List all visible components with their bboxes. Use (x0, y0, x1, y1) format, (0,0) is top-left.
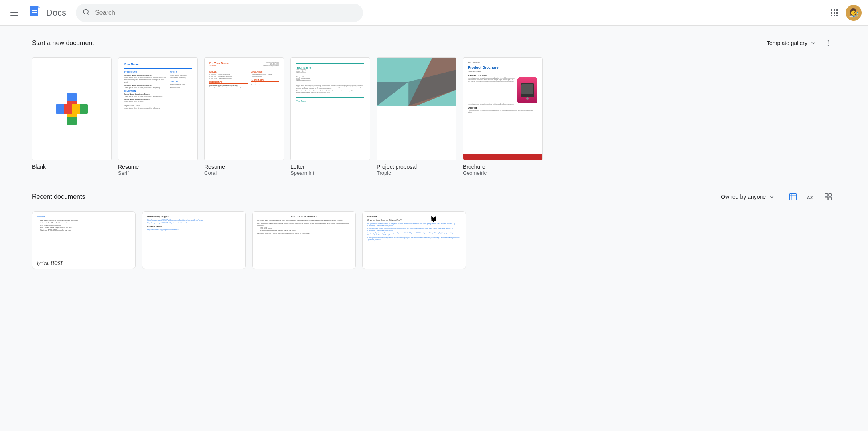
new-document-title: Start a new document (32, 40, 94, 47)
more-options-button[interactable] (820, 35, 836, 51)
letter-preview: Your Name Your Company 123 Your Street R… (291, 58, 370, 107)
template-project-subname: Tropic (377, 170, 391, 176)
svg-text:AZ: AZ (807, 195, 813, 200)
template-project-name: Project proposal (377, 164, 417, 170)
template-resume-coral[interactable]: I'm Your Name Your Title email@example.c… (204, 57, 284, 176)
svg-rect-34 (825, 197, 828, 200)
template-blank-name: Blank (32, 164, 46, 170)
grid-view-button[interactable] (820, 189, 836, 205)
svg-rect-25 (521, 84, 533, 94)
doc-1-preview: Bluehost Fast, easy, and secure WordPres… (32, 212, 135, 269)
template-blank[interactable]: Blank (32, 57, 112, 176)
user-avatar[interactable]: 👩‍🎨 (846, 5, 862, 21)
svg-rect-10 (834, 12, 835, 14)
svg-rect-11 (836, 12, 838, 14)
recent-documents-header: Recent documents Owned by anyone AZ (32, 189, 836, 205)
template-letter-subname: Spearmint (290, 170, 314, 176)
svg-point-15 (828, 40, 829, 42)
template-resume-serif-subname: Serif (118, 170, 129, 176)
svg-rect-13 (834, 15, 835, 16)
app-title: Docs (46, 8, 66, 18)
template-brochure-thumb: Your Company Product Brochure Subtitle N… (463, 57, 542, 160)
template-resume-serif[interactable]: Your Name Experience Company Name, Locat… (118, 57, 198, 176)
svg-rect-2 (32, 12, 37, 13)
brochure-product-image (517, 77, 537, 103)
doc-3-preview: COLLAB OPPORTUNITY My blog is www.Family… (253, 212, 355, 269)
sort-az-button[interactable]: AZ (803, 189, 819, 205)
doc-2-preview: Membership Plugins https://torquemag.io/… (142, 212, 245, 269)
header-left: Docs (6, 5, 66, 21)
search-bar[interactable] (76, 4, 363, 22)
resume-coral-preview: I'm Your Name Your Title email@example.c… (205, 58, 284, 92)
svg-rect-7 (834, 9, 835, 11)
svg-rect-3 (32, 14, 36, 14)
template-resume-coral-thumb: I'm Your Name Your Title email@example.c… (204, 57, 284, 160)
template-letter-spearmint[interactable]: Your Name Your Company 123 Your Street R… (290, 57, 370, 176)
svg-rect-32 (825, 194, 828, 196)
template-blank-thumb (32, 57, 112, 160)
template-project-proposal[interactable]: Project Name 2014, 2015 Your Name Your C… (377, 57, 456, 176)
template-brochure-subname: Geometric (463, 170, 487, 176)
svg-line-5 (88, 13, 89, 15)
doc-4-preview: Pinterest Goes to Home Page — Pinterest … (363, 212, 466, 269)
svg-rect-33 (829, 194, 831, 196)
resume-serif-preview: Your Name Experience Company Name, Locat… (118, 58, 197, 115)
svg-rect-8 (836, 9, 838, 11)
recent-doc-4[interactable]: Pinterest Goes to Home Page — Pinterest … (362, 211, 466, 269)
template-gallery-button[interactable]: Template gallery (767, 40, 817, 47)
svg-point-16 (828, 43, 829, 44)
template-resume-serif-name: Resume (118, 164, 139, 170)
svg-point-17 (828, 45, 829, 46)
templates-grid: Blank Your Name Experience Company Name,… (32, 57, 836, 176)
hamburger-menu-button[interactable] (6, 5, 22, 21)
svg-rect-1 (32, 10, 37, 11)
svg-rect-27 (790, 194, 797, 200)
recent-docs-grid: Bluehost Fast, easy, and secure WordPres… (32, 211, 836, 269)
svg-point-26 (526, 97, 529, 100)
template-resume-serif-thumb: Your Name Experience Company Name, Locat… (118, 57, 198, 160)
main-content: Start a new document Template gallery Bl… (0, 26, 868, 279)
search-input[interactable] (95, 9, 357, 16)
svg-rect-14 (836, 15, 838, 16)
header-right: 👩‍🎨 (827, 5, 862, 21)
view-controls: AZ (785, 189, 836, 205)
svg-rect-35 (829, 197, 831, 200)
recent-documents-title: Recent documents (32, 193, 85, 200)
template-letter-thumb: Your Name Your Company 123 Your Street R… (290, 57, 370, 160)
list-view-button[interactable] (785, 189, 801, 205)
template-resume-coral-name: Resume (204, 164, 225, 170)
svg-rect-12 (831, 15, 832, 16)
recent-doc-1[interactable]: Bluehost Fast, easy, and secure WordPres… (32, 211, 136, 269)
new-document-section-header: Start a new document Template gallery (32, 35, 836, 51)
template-letter-name: Letter (290, 164, 305, 170)
template-resume-coral-subname: Coral (204, 170, 217, 176)
template-project-thumb: Project Name 2014, 2015 Your Name Your C… (377, 57, 456, 160)
app-header: Docs 👩‍🎨 (0, 0, 868, 26)
docs-logo[interactable]: Docs (27, 5, 66, 21)
svg-rect-6 (831, 9, 832, 11)
owned-by-filter[interactable]: Owned by anyone (716, 190, 780, 204)
template-brochure[interactable]: Your Company Product Brochure Subtitle N… (463, 57, 542, 176)
recent-doc-2[interactable]: Membership Plugins https://torquemag.io/… (142, 211, 246, 269)
docs-icon (27, 5, 43, 21)
svg-rect-9 (831, 12, 832, 14)
template-brochure-name: Brochure (463, 164, 485, 170)
recent-doc-3[interactable]: COLLAB OPPORTUNITY My blog is www.Family… (252, 211, 356, 269)
google-plus-icon (56, 93, 88, 125)
search-icon (82, 8, 90, 18)
apps-grid-button[interactable] (827, 5, 842, 21)
